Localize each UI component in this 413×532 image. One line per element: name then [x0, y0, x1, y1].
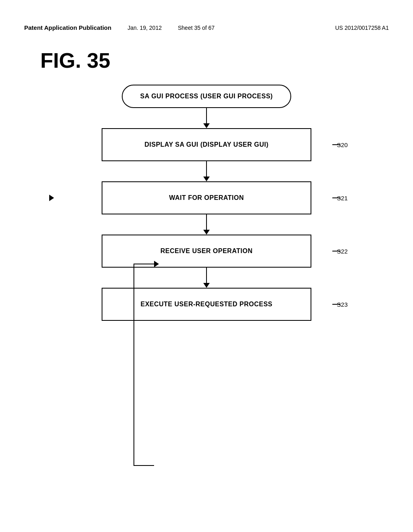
date-label: Jan. 19, 2012 [127, 25, 162, 31]
s23-wrapper: EXECUTE USER-REQUESTED PROCESS S23 [102, 288, 311, 321]
patent-label: US 2012/0017258 A1 [335, 25, 389, 31]
s22-label: RECEIVE USER OPERATION [161, 247, 253, 254]
s21-wrapper: WAIT FOR OPERATION S21 [102, 181, 311, 214]
s21-node: WAIT FOR OPERATION [102, 181, 311, 214]
arrow-3-to-4 [203, 268, 210, 288]
arrow-1-to-2 [203, 161, 210, 181]
figure-label: FIG. 35 [40, 48, 110, 73]
s22-node: RECEIVE USER OPERATION [102, 235, 311, 268]
sheet-label: Sheet 35 of 67 [178, 25, 215, 31]
loop-arrowhead [49, 195, 54, 201]
s20-wrapper: DISPLAY SA GUI (DISPLAY USER GUI) S20 [102, 128, 311, 161]
loop-arrow-indicator [49, 195, 54, 201]
s21-step-tag: S21 [337, 195, 348, 202]
s23-step-tag: S23 [337, 301, 348, 308]
s22-wrapper: RECEIVE USER OPERATION S22 [102, 235, 311, 268]
s20-node: DISPLAY SA GUI (DISPLAY USER GUI) [102, 128, 311, 161]
start-node-label: SA GUI PROCESS (USER GUI PROCESS) [140, 93, 273, 100]
start-node: SA GUI PROCESS (USER GUI PROCESS) [122, 85, 291, 108]
page-header: Patent Application Publication Jan. 19, … [24, 24, 389, 31]
arrow-2-to-3 [203, 214, 210, 235]
publication-label: Patent Application Publication [24, 24, 111, 31]
s21-label: WAIT FOR OPERATION [169, 194, 244, 201]
flowchart: SA GUI PROCESS (USER GUI PROCESS) DISPLA… [24, 85, 389, 321]
s23-label: EXECUTE USER-REQUESTED PROCESS [140, 301, 272, 308]
s23-node: EXECUTE USER-REQUESTED PROCESS [102, 288, 311, 321]
s22-step-tag: S22 [337, 248, 348, 255]
arrow-0-to-1 [203, 108, 210, 128]
s20-step-tag: S20 [337, 141, 348, 148]
diagram-area: FIG. 35 SA GUI PROCESS (USER GUI PROCESS… [24, 48, 389, 508]
s20-label: DISPLAY SA GUI (DISPLAY USER GUI) [144, 141, 269, 148]
